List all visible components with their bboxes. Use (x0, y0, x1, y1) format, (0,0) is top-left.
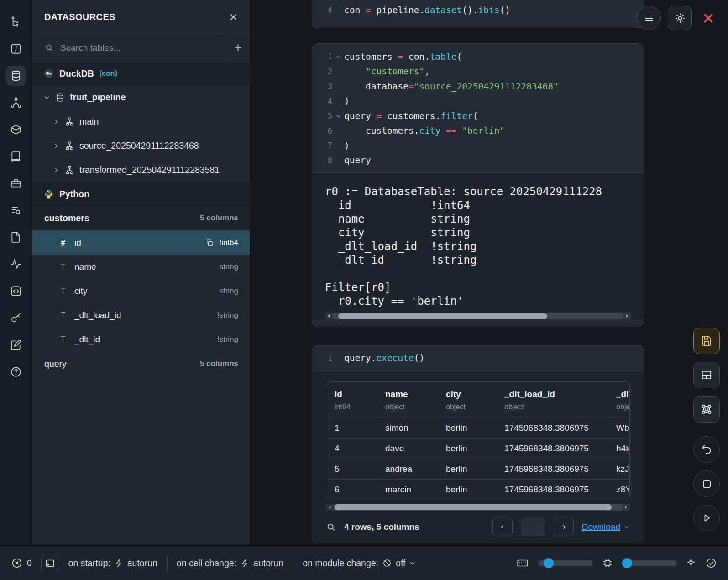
prev-page-button[interactable] (492, 518, 513, 536)
column-item-city[interactable]: Tcitystring (32, 279, 250, 303)
stop-button[interactable] (693, 470, 720, 497)
code-line[interactable]: 1query.execute() (312, 350, 644, 366)
on-module-change-setting[interactable]: on module change: off (303, 558, 416, 569)
command-palette-button[interactable] (693, 396, 720, 423)
chevron-right-icon[interactable] (53, 167, 60, 173)
settings-button[interactable] (668, 6, 692, 30)
notebook-icon[interactable] (6, 146, 26, 167)
toolbox-icon[interactable] (6, 173, 26, 193)
code-text: customers = con.table( (344, 52, 462, 62)
horizontal-scrollbar[interactable] (325, 313, 631, 319)
column-header-name[interactable]: nameobject (377, 389, 438, 411)
activity-bar: f (0, 0, 32, 545)
chevron-right-icon[interactable] (53, 119, 60, 125)
function-icon[interactable]: f (6, 39, 26, 59)
scrollbar-thumb[interactable] (338, 313, 547, 319)
table-entry-query[interactable]: query 5 columns (32, 351, 250, 376)
fold-chevron-icon[interactable] (332, 54, 344, 60)
chevron-down-icon[interactable] (43, 94, 50, 101)
scrollbar-track[interactable] (333, 313, 623, 319)
stop-icon (703, 480, 711, 488)
code-line[interactable]: 8query (312, 153, 644, 168)
column-item-_dlt_id[interactable]: T_dlt_id!string (32, 327, 250, 351)
help-icon[interactable] (6, 362, 26, 382)
code-line[interactable]: 7) (312, 138, 644, 153)
scrollbar-thumb[interactable] (335, 504, 612, 510)
table-row[interactable]: 5andreaberlin1745968348.3806975kzJ1( (326, 459, 629, 479)
package-icon[interactable] (6, 120, 26, 140)
code-cell-execute[interactable]: 1query.execute() idint64nameobjectcityob… (312, 345, 644, 543)
column-header-_dlt[interactable]: _dltobjec (608, 389, 630, 411)
resource-slider[interactable] (622, 560, 677, 566)
scroll-right-arrow[interactable] (622, 504, 630, 511)
tree-item-schema-source[interactable]: source_202504291112283468 (32, 134, 250, 158)
copy-icon[interactable] (205, 239, 214, 247)
table-edit-icon[interactable] (6, 335, 26, 355)
table-row[interactable]: 6marcinberlin1745968348.3806975z8Yo (326, 479, 629, 500)
database-icon[interactable] (6, 66, 26, 86)
scroll-left-arrow[interactable] (325, 313, 333, 319)
code-text: query = customers.filter( (344, 111, 478, 121)
close-notebook-button[interactable] (699, 6, 718, 30)
runtime-header[interactable]: Python (32, 182, 250, 206)
column-item-id[interactable]: #id!int64 (32, 230, 250, 255)
on-cell-change-setting[interactable]: on cell change: autorun (177, 558, 283, 569)
menu-button[interactable] (637, 6, 661, 30)
table-search-row: + (32, 34, 250, 62)
table-search-input[interactable] (60, 43, 225, 53)
download-link[interactable]: Download (582, 522, 630, 532)
font-size-slider[interactable] (538, 560, 593, 566)
slider-knob[interactable] (622, 558, 632, 568)
undo-button[interactable] (693, 436, 720, 463)
code-box-icon[interactable] (6, 281, 26, 301)
tree-item-schema-main[interactable]: main (32, 110, 250, 134)
horizontal-scrollbar[interactable] (326, 504, 630, 511)
activity-icon[interactable] (6, 254, 26, 274)
file-tree-icon[interactable] (6, 12, 26, 32)
table-entry-customers[interactable]: customers 5 columns (32, 206, 250, 230)
tree-item-schema-transformed[interactable]: transformed_202504291112283581 (32, 158, 250, 182)
code-line[interactable]: 3 database="source_202504291112283468" (312, 79, 644, 94)
terminal-button[interactable] (41, 554, 59, 572)
chevron-right-icon[interactable] (53, 143, 60, 149)
close-panel-button[interactable] (229, 12, 238, 22)
error-indicator[interactable]: 0 (11, 557, 32, 569)
on-startup-setting[interactable]: on startup: autorun (68, 558, 157, 569)
column-header-_dlt_load_id[interactable]: _dlt_load_idobject (496, 389, 608, 411)
cell-action-controls (693, 328, 720, 531)
table-row[interactable]: 1simonberlin1745968348.3806975Wba (326, 418, 629, 438)
column-item-name[interactable]: Tnamestring (32, 255, 250, 279)
network-icon[interactable] (6, 93, 26, 113)
check-circle-icon[interactable] (705, 557, 717, 569)
connection-header[interactable]: DuckDB (con) (32, 62, 250, 85)
scroll-right-arrow[interactable] (623, 313, 631, 319)
next-page-button[interactable] (554, 518, 574, 536)
run-button[interactable] (693, 505, 720, 531)
list-search-icon[interactable] (6, 200, 26, 220)
add-datasource-button[interactable]: + (225, 34, 250, 61)
layout-button[interactable] (693, 362, 720, 388)
sparkle-icon[interactable] (686, 558, 697, 569)
scroll-left-arrow[interactable] (326, 504, 334, 511)
scrollbar-track[interactable] (334, 504, 622, 511)
code-line[interactable]: 4) (312, 94, 644, 109)
key-icon[interactable] (6, 308, 26, 328)
code-line[interactable]: 5query = customers.filter( (312, 109, 644, 124)
code-line[interactable]: 1customers = con.table( (312, 49, 644, 64)
code-line[interactable]: 6 customers.city == "berlin" (312, 124, 644, 139)
column-item-_dlt_load_id[interactable]: T_dlt_load_id!string (32, 303, 250, 327)
column-header-city[interactable]: cityobject (438, 389, 496, 411)
column-header-id[interactable]: idint64 (326, 389, 377, 411)
save-button[interactable] (693, 328, 720, 354)
code-line[interactable]: 2 "customers", (312, 64, 644, 79)
page-number-box[interactable] (521, 518, 545, 536)
document-icon[interactable] (6, 227, 26, 247)
table-row[interactable]: 4daveberlin1745968348.3806975h4tg (326, 438, 629, 459)
tree-item-database[interactable]: fruit_pipeline (32, 85, 250, 110)
fold-chevron-icon[interactable] (332, 113, 344, 119)
search-icon[interactable] (326, 522, 336, 532)
slider-knob[interactable] (544, 558, 554, 568)
code-cell-query[interactable]: 1customers = con.table(2 "customers",3 d… (312, 43, 644, 327)
code-line[interactable]: 4con = pipeline.dataset().ibis() (312, 3, 644, 18)
code-cell-setup[interactable]: 4con = pipeline.dataset().ibis() (312, 0, 644, 28)
